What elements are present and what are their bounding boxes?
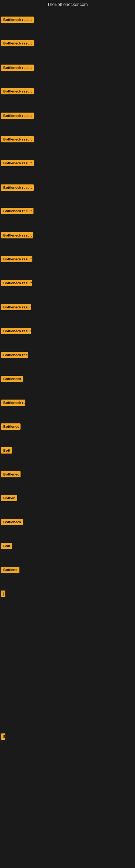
items-container: Bottleneck resultBottleneck resultBottle… [0,9,135,864]
bottleneck-badge-5[interactable]: Bottleneck result [1,113,34,119]
bottleneck-badge-20[interactable]: Bottlenec [1,471,20,477]
site-title: TheBottlenecker.com [0,0,135,9]
bottleneck-item-22: Bottleneck [1,519,23,526]
bottleneck-item-26: B [1,734,5,741]
bottleneck-badge-15[interactable]: Bottleneck resu [1,352,28,358]
bottleneck-badge-2[interactable]: Bottleneck result [1,40,34,46]
bottleneck-item-3: Bottleneck result [1,65,34,72]
bottleneck-item-15: Bottleneck resu [1,352,28,359]
bottleneck-badge-21[interactable]: Bottlen [1,495,17,501]
bottleneck-item-13: Bottleneck result [1,304,31,311]
bottleneck-badge-18[interactable]: Bottlenec [1,424,20,430]
bottleneck-item-25: | [1,590,5,598]
bottleneck-badge-6[interactable]: Bottleneck result [1,136,34,143]
bottleneck-badge-24[interactable]: Bottlene [1,567,19,573]
bottleneck-badge-7[interactable]: Bottleneck result [1,160,34,166]
bottleneck-item-14: Bottleneck result [1,328,31,335]
bottleneck-item-4: Bottleneck result [1,88,34,95]
bottleneck-item-18: Bottlenec [1,424,20,431]
bottleneck-item-6: Bottleneck result [1,136,34,144]
bottleneck-item-17: Bottleneck re [1,400,26,407]
bottleneck-badge-11[interactable]: Bottleneck result [1,256,32,262]
bottleneck-item-7: Bottleneck result [1,160,34,167]
bottleneck-badge-1[interactable]: Bottleneck result [1,17,34,23]
bottleneck-item-11: Bottleneck result [1,256,32,264]
bottleneck-badge-23[interactable]: Bott [1,543,12,549]
bottleneck-badge-14[interactable]: Bottleneck result [1,328,31,334]
bottleneck-item-24: Bottlene [1,567,19,574]
bottleneck-item-21: Bottlen [1,495,17,502]
bottleneck-badge-26[interactable]: B [1,734,5,740]
bottleneck-badge-19[interactable]: Bott [1,447,12,454]
bottleneck-item-19: Bott [1,447,12,455]
bottleneck-item-20: Bottlenec [1,471,20,478]
bottleneck-item-8: Bottleneck result [1,184,34,192]
bottleneck-badge-25[interactable]: | [1,590,5,597]
bottleneck-badge-9[interactable]: Bottleneck result [1,208,34,214]
bottleneck-badge-8[interactable]: Bottleneck result [1,184,34,191]
bottleneck-item-2: Bottleneck result [1,40,34,48]
bottleneck-item-10: Bottleneck result [1,232,33,240]
bottleneck-item-23: Bott [1,543,12,550]
bottleneck-badge-3[interactable]: Bottleneck result [1,65,34,71]
bottleneck-item-12: Bottleneck result [1,280,32,287]
bottleneck-badge-22[interactable]: Bottleneck [1,519,23,525]
bottleneck-badge-16[interactable]: Bottleneck [1,376,23,382]
bottleneck-item-1: Bottleneck result [1,17,34,24]
bottleneck-item-9: Bottleneck result [1,208,34,215]
bottleneck-badge-4[interactable]: Bottleneck result [1,88,34,94]
bottleneck-badge-10[interactable]: Bottleneck result [1,232,33,239]
bottleneck-item-16: Bottleneck [1,376,23,383]
bottleneck-badge-17[interactable]: Bottleneck re [1,400,26,406]
bottleneck-badge-12[interactable]: Bottleneck result [1,280,32,286]
bottleneck-item-5: Bottleneck result [1,113,34,120]
bottleneck-badge-13[interactable]: Bottleneck result [1,304,31,310]
